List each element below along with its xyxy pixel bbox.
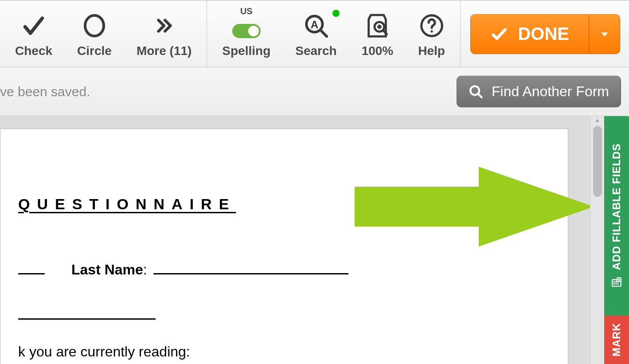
toolbar-group-annotate: Check Circle More (11) bbox=[0, 1, 207, 67]
help-icon bbox=[419, 10, 444, 41]
svg-point-9 bbox=[430, 30, 433, 32]
svg-line-12 bbox=[478, 94, 482, 98]
spelling-lang: US bbox=[240, 6, 253, 16]
help-label: Help bbox=[418, 44, 445, 58]
add-fillable-fields-tab[interactable]: ADD FILLABLE FIELDS bbox=[604, 116, 629, 315]
search-label: Search bbox=[295, 44, 336, 58]
spelling-toggle-icon[interactable] bbox=[232, 24, 261, 38]
status-text: ve been saved. bbox=[0, 84, 90, 99]
circle-button[interactable]: Circle bbox=[65, 1, 124, 67]
check-icon bbox=[21, 10, 47, 41]
scrollbar-up-icon[interactable]: ▲ bbox=[590, 117, 604, 123]
last-name-field[interactable] bbox=[153, 262, 348, 274]
toolbar-group-done: DONE bbox=[461, 1, 629, 67]
svg-marker-10 bbox=[602, 32, 608, 36]
blank-field-line[interactable] bbox=[18, 313, 156, 320]
last-name-label: Last Name bbox=[71, 262, 143, 278]
zoom-icon bbox=[364, 10, 390, 41]
chevron-down-icon bbox=[600, 29, 609, 39]
side-tabs: ADD FILLABLE FIELDS MARK bbox=[604, 116, 629, 364]
form-icon bbox=[611, 276, 622, 288]
toolbar-group-tools: US Spelling A Search 100% Help bbox=[207, 1, 461, 67]
notification-dot-icon bbox=[332, 10, 340, 17]
svg-line-2 bbox=[320, 30, 327, 36]
questionnaire-title: QUESTIONNAIRE bbox=[18, 196, 550, 213]
search-icon bbox=[469, 84, 484, 99]
check-button[interactable]: Check bbox=[3, 1, 65, 67]
last-name-row: Last Name: bbox=[18, 262, 550, 278]
mark-tab[interactable]: MARK bbox=[604, 315, 629, 364]
add-fields-label: ADD FILLABLE FIELDS bbox=[610, 144, 623, 270]
search-icon: A bbox=[303, 10, 329, 41]
status-bar: ve been saved. Find Another Form bbox=[0, 67, 629, 116]
more-icon bbox=[153, 10, 175, 41]
spelling-label: Spelling bbox=[222, 44, 270, 58]
find-form-label: Find Another Form bbox=[492, 83, 609, 100]
zoom-button[interactable]: 100% bbox=[349, 1, 406, 67]
done-check-icon bbox=[490, 25, 508, 43]
mark-label: MARK bbox=[610, 323, 623, 356]
more-button[interactable]: More (11) bbox=[124, 1, 204, 67]
document-page: QUESTIONNAIRE Last Name: k you are curre… bbox=[0, 129, 568, 364]
scrollbar-thumb[interactable] bbox=[593, 126, 602, 197]
workspace: QUESTIONNAIRE Last Name: k you are curre… bbox=[0, 116, 629, 364]
document-viewport[interactable]: QUESTIONNAIRE Last Name: k you are curre… bbox=[0, 116, 590, 364]
svg-point-0 bbox=[85, 15, 104, 36]
reading-text-fragment: k you are currently reading: bbox=[18, 344, 550, 360]
done-button[interactable]: DONE bbox=[470, 14, 589, 54]
blank-field-short[interactable] bbox=[18, 262, 45, 274]
circle-label: Circle bbox=[77, 44, 112, 58]
circle-icon bbox=[82, 10, 107, 41]
more-label: More (11) bbox=[137, 44, 191, 58]
done-label: DONE bbox=[518, 24, 569, 44]
spelling-button[interactable]: US Spelling bbox=[210, 1, 283, 67]
check-label: Check bbox=[15, 44, 52, 58]
done-dropdown[interactable] bbox=[589, 14, 620, 54]
search-button[interactable]: A Search bbox=[283, 1, 349, 67]
svg-text:A: A bbox=[311, 19, 318, 31]
help-button[interactable]: Help bbox=[406, 1, 457, 67]
toolbar: Check Circle More (11) US Spelling A bbox=[0, 0, 629, 67]
find-another-form-button[interactable]: Find Another Form bbox=[457, 76, 621, 107]
zoom-label: 100% bbox=[362, 44, 394, 58]
vertical-scrollbar[interactable]: ▲ bbox=[590, 116, 604, 364]
